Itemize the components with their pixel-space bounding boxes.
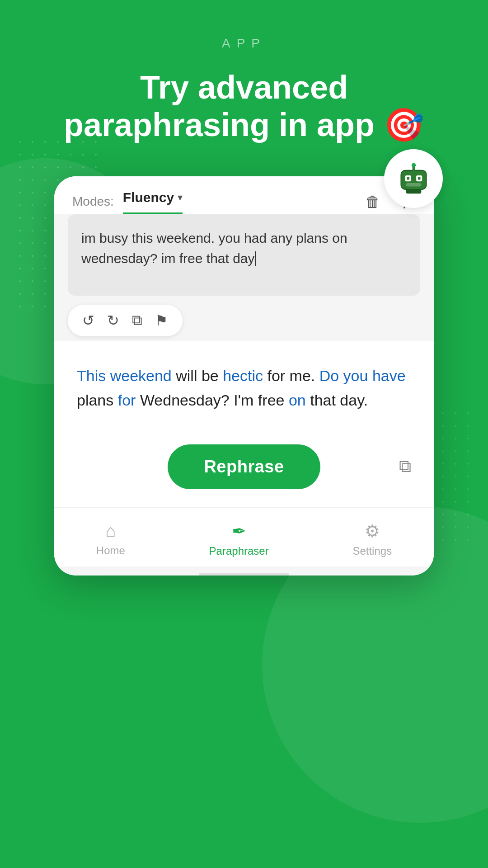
svg-point-7 [411,163,415,167]
input-area[interactable]: im busy this weekend. you had any plans … [68,214,420,296]
copy-output-button[interactable]: ⧉ [399,457,411,476]
nav-item-home[interactable]: ⌂ Home [96,521,125,557]
modes-select[interactable]: Fluency ▾ [123,190,183,214]
output-segment-1: This weekend [77,367,172,384]
nav-indicator [199,573,289,576]
undo-icon[interactable]: ↺ [82,312,94,329]
home-label: Home [96,544,125,557]
modes-bar: Modes: Fluency ▾ 🗑 ⋮ [54,176,434,214]
rephrase-area: Rephrase ⧉ [54,431,434,507]
svg-rect-5 [406,183,421,186]
svg-rect-8 [406,189,421,193]
svg-rect-0 [401,170,426,189]
output-segment-2: will be [176,367,223,384]
top-section: APP Try advanced paraphrasing in app 🎯 [0,0,488,144]
output-segment-8: Wednesday? I'm free [140,392,289,409]
output-segment-10: that day. [310,392,368,409]
phone-mockup: Modes: Fluency ▾ 🗑 ⋮ im busy this weeken… [54,176,434,576]
phone-inner: Modes: Fluency ▾ 🗑 ⋮ im busy this weeken… [54,176,434,576]
robot-logo [384,149,443,208]
input-text: im busy this weekend. you had any plans … [81,228,407,269]
robot-icon [397,162,431,196]
chevron-down-icon: ▾ [178,192,183,203]
paraphraser-label: Paraphraser [209,545,269,557]
output-segment-7: for [118,392,136,409]
settings-icon: ⚙ [365,521,380,541]
paraphraser-icon: ✒ [232,521,246,541]
nav-item-settings[interactable]: ⚙ Settings [352,521,392,557]
output-segment-5: Do you have [319,367,406,384]
toolbar-pill: ↺ ↻ ⧉ ⚑ [68,305,183,336]
output-segment-4: for me. [267,367,319,384]
rephrase-button[interactable]: Rephrase [168,444,320,489]
modes-value: Fluency [123,190,174,205]
modes-label: Modes: [72,194,114,209]
output-segment-3: hectic [223,367,263,384]
redo-icon[interactable]: ↻ [107,312,119,329]
output-segment-6: plans [77,392,118,409]
flag-icon[interactable]: ⚑ [155,312,168,329]
copy-toolbar-icon[interactable]: ⧉ [132,312,142,329]
home-icon: ⌂ [105,521,116,541]
svg-rect-4 [418,177,420,179]
svg-rect-3 [407,177,409,179]
heading-line1: Try advanced [140,69,348,105]
bottom-nav: ⌂ Home ✒ Paraphraser ⚙ Settings [54,507,434,566]
output-segment-9: on [289,392,306,409]
heading-emoji: 🎯 [384,107,424,143]
text-cursor [255,251,256,266]
nav-item-paraphraser[interactable]: ✒ Paraphraser [209,521,269,557]
main-heading: Try advanced paraphrasing in app 🎯 [0,69,488,144]
toolbar-icons: ↺ ↻ ⧉ ⚑ [68,305,420,341]
heading-line2: paraphrasing in app [64,107,375,143]
settings-label: Settings [352,545,392,557]
app-label: APP [0,36,488,51]
output-card: This weekend will be hectic for me. Do y… [54,341,434,431]
output-text: This weekend will be hectic for me. Do y… [77,363,411,413]
delete-button[interactable]: 🗑 [361,189,384,214]
